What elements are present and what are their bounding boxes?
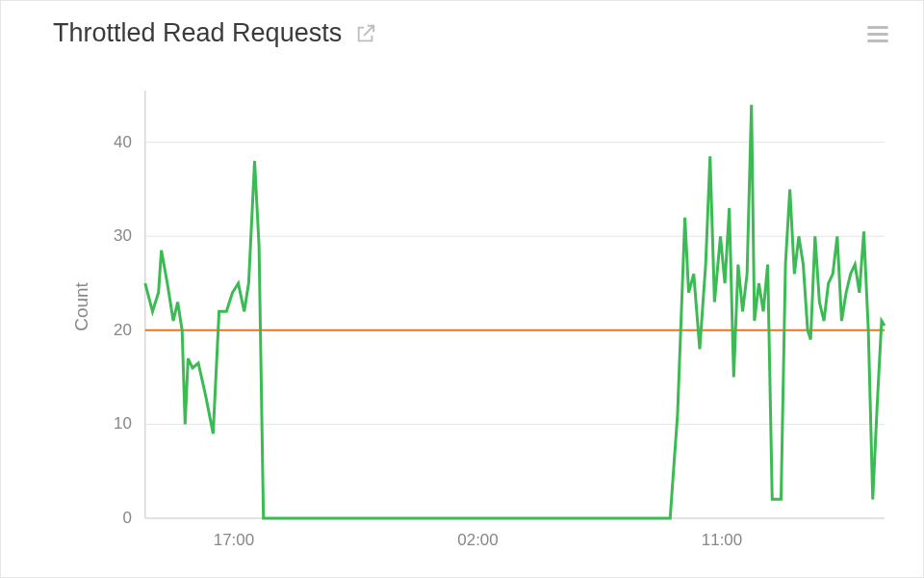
x-tick-label: 11:00 [702, 531, 742, 549]
series-line [145, 105, 885, 518]
x-tick-label: 02:00 [457, 531, 498, 549]
y-tick-label: 40 [114, 133, 132, 151]
x-tick-label: 17:00 [214, 531, 254, 549]
panel-title: Throttled Read Requests [53, 18, 342, 48]
y-tick-label: 10 [114, 414, 132, 433]
y-tick-label: 30 [114, 226, 132, 245]
svg-rect-2 [867, 39, 888, 42]
panel-header: Throttled Read Requests [1, 1, 923, 62]
panel-header-left: Throttled Read Requests [53, 18, 376, 48]
chart-panel: Throttled Read Requests 01020304017:0002… [0, 0, 924, 578]
chart-area: 01020304017:0002:0011:00Count [1, 62, 923, 578]
y-tick-label: 20 [114, 321, 132, 339]
external-link-icon[interactable] [355, 23, 376, 44]
chart-svg: 01020304017:0002:0011:00Count [59, 71, 894, 571]
svg-rect-1 [867, 33, 888, 36]
hamburger-icon[interactable] [865, 23, 890, 44]
y-tick-label: 0 [122, 509, 131, 527]
y-axis-label: Count [71, 281, 91, 330]
svg-rect-0 [867, 26, 888, 29]
